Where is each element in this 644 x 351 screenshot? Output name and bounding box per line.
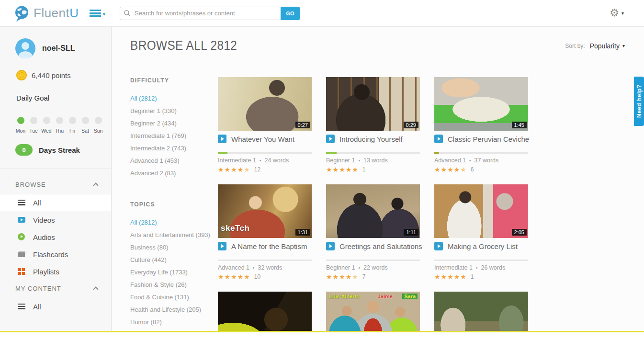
- video-thumbnail[interactable]: 7:17: [434, 292, 528, 332]
- video-thumbnail[interactable]: 2:05: [434, 184, 528, 238]
- video-thumbnail[interactable]: 0:27: [218, 77, 312, 131]
- video-title-row: Classic Peruvian Ceviche: [434, 134, 528, 144]
- video-card[interactable]: 1:45Classic Peruvian CevicheAdvanced 1•3…: [434, 77, 528, 173]
- video-card[interactable]: 2:05Making a Grocery ListIntermediate 1•…: [434, 184, 528, 281]
- play-icon[interactable]: [434, 135, 443, 143]
- chevron-down-icon: ▾: [622, 43, 625, 48]
- play-icon[interactable]: [326, 242, 335, 250]
- video-card[interactable]: skeTch1:31A Name for the BaptismAdvanced…: [218, 184, 312, 281]
- filter-list: All (2812)Arts and Entertainment (393)Bu…: [130, 216, 218, 328]
- daily-goal-day: Wed: [40, 117, 53, 134]
- star-icon: ★: [454, 166, 461, 173]
- sidebar-item-videos[interactable]: Videos: [0, 211, 111, 228]
- main-menu-button[interactable]: ▾: [90, 10, 106, 17]
- search-input[interactable]: [120, 7, 300, 20]
- video-title[interactable]: A Name for the Baptism: [231, 242, 307, 250]
- video-thumbnail[interactable]: Luis AlbertoJaimeSara1:09: [326, 292, 420, 332]
- settings-menu[interactable]: ⚙ ▾: [610, 8, 624, 18]
- sidebar-item-audios[interactable]: Audios: [0, 228, 111, 246]
- filter-option[interactable]: Fashion & Style (26): [130, 279, 218, 291]
- star-icon: ★: [447, 166, 454, 173]
- points-value: 6,440 points: [32, 71, 71, 79]
- filter-option[interactable]: Beginner 1 (330): [130, 105, 218, 117]
- video-title[interactable]: Making a Grocery List: [448, 242, 518, 250]
- video-card[interactable]: 0:27Whatever You WantIntermediate 1•24 w…: [218, 77, 312, 173]
- sort-dropdown[interactable]: Sort by: Popularity ▾: [565, 42, 625, 50]
- filter-option[interactable]: Humor (82): [130, 316, 218, 328]
- daily-goal-day: Fri: [66, 117, 79, 134]
- search-icon: [124, 10, 131, 17]
- filter-option[interactable]: Health and Lifestyle (205): [130, 304, 218, 316]
- daily-goal-label: Daily Goal: [16, 94, 111, 102]
- filter-option[interactable]: Intermediate 2 (743): [130, 142, 218, 155]
- play-icon[interactable]: [218, 135, 226, 143]
- play-icon[interactable]: [434, 242, 443, 250]
- sidebar-item-all[interactable]: All: [0, 194, 111, 211]
- play-icon[interactable]: [326, 135, 335, 143]
- filter-option[interactable]: All (2812): [130, 216, 218, 229]
- thumbnail-name-label: Jaime: [378, 294, 393, 299]
- progress-bar: [326, 260, 420, 261]
- filter-option[interactable]: Everyday Life (1733): [130, 266, 218, 279]
- search-go-button[interactable]: GO: [281, 7, 300, 20]
- video-title[interactable]: Introducing Yourself: [339, 135, 403, 143]
- sidebar-section-header[interactable]: MY CONTENT: [0, 280, 111, 298]
- day-label: Tue: [29, 128, 38, 134]
- need-help-tab[interactable]: Need help?: [634, 77, 644, 126]
- filter-option[interactable]: Advanced 2 (83): [130, 167, 218, 180]
- avatar[interactable]: [15, 38, 35, 58]
- daily-goal-day: Sun: [92, 117, 104, 134]
- filter-option[interactable]: Intermediate 1 (769): [130, 130, 218, 142]
- sidebar-item-playlists[interactable]: Playlists: [0, 263, 111, 280]
- rating-count: 1: [362, 166, 366, 173]
- filter-option[interactable]: Business (80): [130, 241, 218, 254]
- sidebar-item-flashcards[interactable]: Flashcards: [0, 246, 111, 263]
- sidebar-section-header[interactable]: BROWSE: [0, 176, 111, 194]
- duration-badge: 1:45: [512, 122, 527, 128]
- sidebar-item-label: All: [33, 303, 41, 311]
- video-thumbnail[interactable]: 1:11: [326, 184, 420, 238]
- gear-icon: ⚙: [610, 8, 619, 18]
- chevron-up-icon: [93, 182, 98, 188]
- star-icon: ★: [231, 273, 237, 281]
- video-card[interactable]: 1:11Greetings and SalutationsBeginner 1•…: [326, 184, 420, 281]
- filter-option[interactable]: Culture (442): [130, 254, 218, 266]
- video-thumbnail[interactable]: skeTch1:31: [218, 184, 312, 238]
- play-icon[interactable]: [218, 242, 226, 250]
- day-label: Sun: [94, 128, 103, 134]
- video-card[interactable]: 7:17: [434, 292, 528, 332]
- sidebar-item-label: Videos: [33, 216, 55, 224]
- video-thumbnail[interactable]: 0:29: [326, 77, 420, 131]
- video-title[interactable]: Classic Peruvian Ceviche: [448, 135, 529, 143]
- video-level: Intermediate 1: [218, 157, 256, 164]
- filter-option[interactable]: Food & Cuisine (131): [130, 291, 218, 304]
- streak-label: Days Streak: [39, 146, 80, 154]
- video-card[interactable]: Luis AlbertoJaimeSara1:09: [326, 292, 420, 332]
- video-title[interactable]: Whatever You Want: [231, 135, 294, 143]
- fluentu-logo[interactable]: FluentU: [13, 5, 79, 22]
- video-meta: Beginner 1•22 words: [326, 264, 420, 271]
- video-title[interactable]: Greetings and Salutations: [339, 242, 422, 250]
- sidebar-item-all[interactable]: All: [0, 298, 111, 315]
- filter-option[interactable]: Arts and Entertainment (393): [130, 229, 218, 241]
- star-icon: ★: [441, 166, 448, 173]
- video-thumbnail[interactable]: 1:45: [434, 77, 528, 131]
- star-icon: ★: [333, 166, 339, 173]
- video-thumbnail[interactable]: 1:46: [218, 292, 312, 332]
- video-meta: Beginner 1•13 words: [326, 157, 420, 164]
- video-card[interactable]: 0:29Introducing YourselfBeginner 1•13 wo…: [326, 77, 420, 173]
- star-icon: ★: [447, 273, 454, 281]
- video-wordcount: 24 words: [264, 157, 289, 164]
- filter-option[interactable]: Advanced 1 (453): [130, 155, 218, 167]
- flashcards-icon: [17, 250, 26, 258]
- video-level: Beginner 1: [326, 157, 355, 164]
- video-card[interactable]: 1:46: [218, 292, 312, 332]
- sidebar-item-label: Audios: [33, 233, 55, 241]
- filter-option[interactable]: Beginner 2 (434): [130, 117, 218, 130]
- dot-separator: •: [469, 158, 471, 163]
- star-icon: ★: [237, 166, 244, 173]
- daily-goal-day: Tue: [27, 117, 40, 134]
- sidebar-section-title: BROWSE: [15, 181, 46, 188]
- fluentu-app: FluentU ▾ GO ⚙ ▾ noel-SLL 6,440 points: [0, 0, 644, 351]
- filter-option[interactable]: All (2812): [130, 92, 218, 105]
